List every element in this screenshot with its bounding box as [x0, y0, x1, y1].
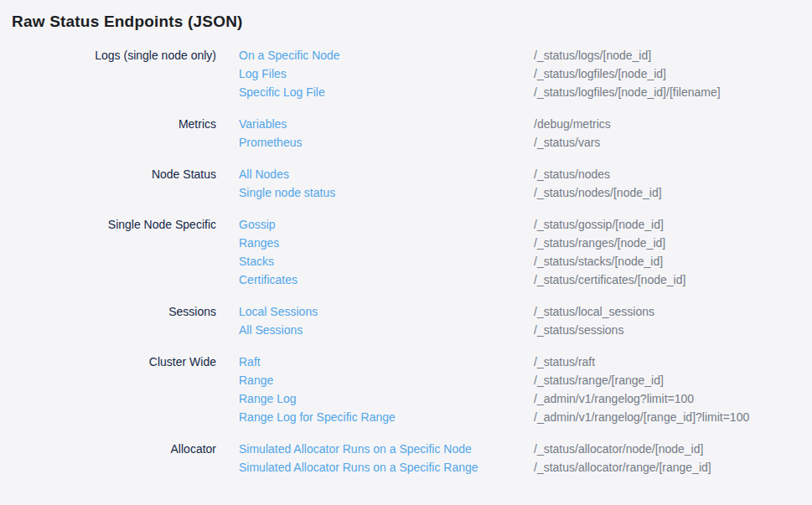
endpoint-link[interactable]: Specific Log File: [239, 83, 534, 101]
endpoint-row: Log Files /_status/logfiles/[node_id]: [239, 64, 800, 83]
endpoint-row: Local Sessions /_status/local_sessions: [239, 302, 800, 321]
endpoint-row: Simulated Allocator Runs on a Specific R…: [239, 458, 800, 477]
endpoint-row: On a Specific Node /_status/logs/[node_i…: [239, 46, 800, 64]
endpoint-path: /_status/allocator/node/[node_id]: [534, 440, 703, 458]
section-category-label: Allocator: [12, 440, 216, 477]
section-category-label: Metrics: [12, 115, 216, 152]
endpoint-path: /_status/nodes/[node_id]: [534, 183, 662, 202]
section-rows: On a Specific Node /_status/logs/[node_i…: [239, 46, 800, 101]
endpoint-link[interactable]: Gossip: [239, 215, 534, 234]
endpoint-row: Simulated Allocator Runs on a Specific N…: [239, 440, 800, 458]
endpoint-section: Cluster Wide Raft /_status/raft Range /_…: [12, 353, 800, 426]
endpoint-row: Prometheus /_status/vars: [239, 133, 800, 152]
endpoint-path: /_status/certificates/[node_id]: [534, 271, 685, 289]
endpoint-path: /_admin/v1/rangelog?limit=100: [534, 389, 694, 408]
endpoint-row: Raft /_status/raft: [239, 353, 800, 371]
endpoint-link[interactable]: Log Files: [239, 64, 534, 83]
endpoint-path: /_status/nodes: [534, 165, 610, 183]
endpoint-link[interactable]: All Nodes: [239, 165, 534, 183]
endpoint-link[interactable]: Simulated Allocator Runs on a Specific R…: [239, 458, 534, 477]
endpoint-row: Range /_status/range/[range_id]: [239, 371, 800, 389]
endpoint-row: Single node status /_status/nodes/[node_…: [239, 183, 800, 202]
endpoint-sections: Logs (single node only) On a Specific No…: [12, 46, 800, 477]
endpoint-link[interactable]: Prometheus: [239, 133, 534, 152]
endpoint-link[interactable]: Certificates: [239, 271, 534, 289]
endpoint-path: /_admin/v1/rangelog/[range_id]?limit=100: [534, 408, 749, 426]
endpoint-section: Metrics Variables /debug/metrics Prometh…: [12, 115, 800, 152]
endpoint-path: /_status/ranges/[node_id]: [534, 234, 665, 252]
endpoint-row: Gossip /_status/gossip/[node_id]: [239, 215, 800, 234]
endpoint-link[interactable]: On a Specific Node: [239, 46, 534, 64]
endpoint-row: All Sessions /_status/sessions: [239, 321, 800, 339]
endpoint-link[interactable]: Simulated Allocator Runs on a Specific N…: [239, 440, 534, 458]
endpoint-section: Sessions Local Sessions /_status/local_s…: [12, 302, 800, 339]
endpoint-path: /_status/logs/[node_id]: [534, 46, 651, 64]
section-rows: Variables /debug/metrics Prometheus /_st…: [239, 115, 800, 152]
section-rows: Local Sessions /_status/local_sessions A…: [239, 302, 800, 339]
endpoint-row: Specific Log File /_status/logfiles/[nod…: [239, 83, 800, 101]
section-category-label: Node Status: [12, 165, 216, 202]
endpoint-row: Ranges /_status/ranges/[node_id]: [239, 234, 800, 252]
endpoint-row: All Nodes /_status/nodes: [239, 165, 800, 183]
endpoint-link[interactable]: Range Log: [239, 389, 534, 408]
section-category-label: Logs (single node only): [12, 46, 216, 101]
endpoint-path: /_status/sessions: [534, 321, 623, 339]
endpoint-link[interactable]: Stacks: [239, 252, 534, 271]
endpoint-link[interactable]: Range: [239, 371, 534, 389]
endpoint-link[interactable]: Raft: [239, 353, 534, 371]
section-rows: Simulated Allocator Runs on a Specific N…: [239, 440, 800, 477]
endpoint-path: /_status/local_sessions: [534, 302, 654, 321]
endpoint-link[interactable]: Variables: [239, 115, 534, 133]
section-rows: Gossip /_status/gossip/[node_id] Ranges …: [239, 215, 800, 289]
endpoint-path: /_status/gossip/[node_id]: [534, 215, 664, 234]
endpoint-path: /_status/stacks/[node_id]: [534, 252, 663, 271]
endpoint-path: /_status/vars: [534, 133, 600, 152]
endpoint-row: Certificates /_status/certificates/[node…: [239, 271, 800, 289]
section-rows: All Nodes /_status/nodes Single node sta…: [239, 165, 800, 202]
endpoint-row: Variables /debug/metrics: [239, 115, 800, 133]
endpoint-path: /_status/allocator/range/[range_id]: [534, 458, 711, 477]
endpoint-section: Single Node Specific Gossip /_status/gos…: [12, 215, 800, 289]
page-title: Raw Status Endpoints (JSON): [12, 13, 800, 31]
endpoint-row: Range Log /_admin/v1/rangelog?limit=100: [239, 389, 800, 408]
endpoint-path: /_status/logfiles/[node_id]: [534, 64, 666, 83]
endpoint-link[interactable]: Ranges: [239, 234, 534, 252]
endpoint-path: /_status/logfiles/[node_id]/[filename]: [534, 83, 721, 101]
endpoint-row: Range Log for Specific Range /_admin/v1/…: [239, 408, 800, 426]
endpoint-path: /_status/raft: [534, 353, 595, 371]
endpoint-path: /debug/metrics: [534, 115, 611, 133]
endpoint-link[interactable]: All Sessions: [239, 321, 534, 339]
endpoint-link[interactable]: Single node status: [239, 183, 534, 202]
endpoint-section: Allocator Simulated Allocator Runs on a …: [12, 440, 800, 477]
endpoint-section: Node Status All Nodes /_status/nodes Sin…: [12, 165, 800, 202]
section-rows: Raft /_status/raft Range /_status/range/…: [239, 353, 800, 426]
endpoint-path: /_status/range/[range_id]: [534, 371, 664, 389]
section-category-label: Sessions: [12, 302, 216, 339]
endpoint-link[interactable]: Local Sessions: [239, 302, 534, 321]
section-category-label: Single Node Specific: [12, 215, 216, 289]
endpoint-section: Logs (single node only) On a Specific No…: [12, 46, 800, 101]
section-category-label: Cluster Wide: [12, 353, 216, 426]
endpoint-row: Stacks /_status/stacks/[node_id]: [239, 252, 800, 271]
endpoint-link[interactable]: Range Log for Specific Range: [239, 408, 534, 426]
raw-status-endpoints-page: Raw Status Endpoints (JSON) Logs (single…: [0, 0, 812, 477]
